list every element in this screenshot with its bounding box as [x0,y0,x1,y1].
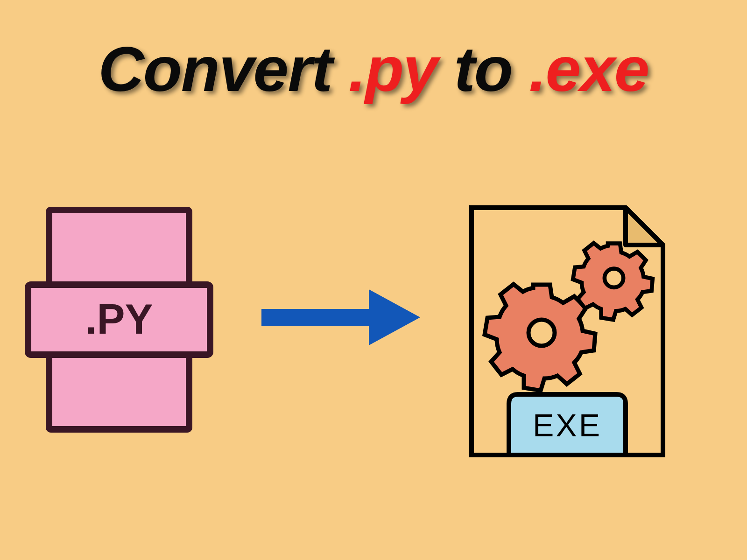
arrow-icon [261,289,420,347]
title-word-exe: .exe [529,34,649,105]
svg-point-5 [605,269,623,287]
svg-marker-3 [369,289,420,345]
title-word-to: to [454,34,512,105]
svg-rect-2 [261,309,374,326]
exe-file-icon: EXE [467,203,668,462]
svg-point-4 [529,320,555,346]
py-label-text: .PY [85,296,153,343]
gear-small-icon [573,243,653,320]
page-title: Convert .py to .exe [0,33,747,105]
exe-label-text: EXE [533,407,602,443]
py-file-icon: .PY [23,205,215,436]
title-word-convert: Convert [99,34,332,105]
title-word-py: .py [348,34,437,105]
